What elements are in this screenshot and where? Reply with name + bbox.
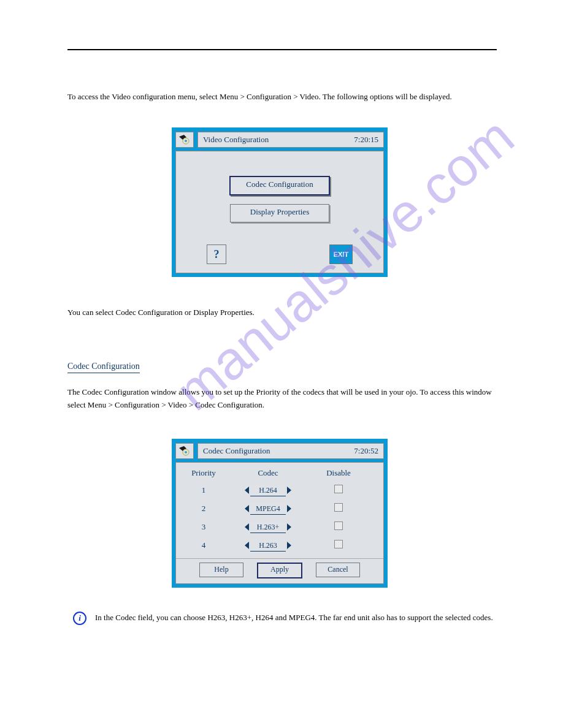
- dialog-footer: Help Apply Cancel: [176, 558, 383, 583]
- disable-checkbox[interactable]: [334, 485, 343, 493]
- codec-spinner[interactable]: H.263: [245, 539, 291, 552]
- display-properties-button[interactable]: Display Properties: [230, 204, 329, 222]
- codec-row-1: 1 H.264: [176, 481, 383, 499]
- top-horizontal-rule: [67, 49, 497, 50]
- chevron-left-icon[interactable]: [245, 523, 249, 531]
- codec-value: H.263+: [250, 521, 286, 533]
- window-title-bar: Codec Configuration 7:20:52: [197, 443, 384, 459]
- chevron-right-icon[interactable]: [287, 542, 291, 549]
- window-title-bar: Video Configuration 7:20:15: [197, 132, 384, 148]
- intro-paragraph: To access the Video configuration menu, …: [67, 91, 497, 104]
- help-button[interactable]: Help: [199, 563, 243, 577]
- codec-intro-paragraph: The Codec Configuration window allows yo…: [67, 386, 497, 412]
- codec-config-heading: Codec Configuration: [67, 362, 140, 373]
- codec-table-header: Priority Codec Disable: [176, 465, 383, 481]
- codec-row-4: 4 H.263: [176, 536, 383, 555]
- info-tip-text: In the Codec field, you can choose H263,…: [95, 612, 494, 624]
- codec-row-3: 3 H.263+: [176, 518, 383, 536]
- chevron-right-icon[interactable]: [287, 505, 291, 512]
- cancel-button[interactable]: Cancel: [316, 563, 360, 577]
- chevron-right-icon[interactable]: [287, 523, 291, 531]
- video-config-window: Video Configuration 7:20:15 Codec Config…: [172, 127, 388, 277]
- priority-value: 4: [176, 540, 231, 550]
- header-codec: Codec: [231, 468, 305, 478]
- header-priority: Priority: [176, 468, 231, 478]
- chevron-right-icon[interactable]: [287, 487, 291, 494]
- priority-value: 1: [176, 485, 231, 495]
- app-icon: [175, 443, 194, 459]
- disable-checkbox[interactable]: [334, 540, 343, 548]
- codec-config-window: Codec Configuration 7:20:52 Priority Cod…: [172, 439, 388, 588]
- codec-value: H.264: [250, 485, 286, 496]
- svg-point-3: [185, 451, 187, 453]
- window-title-text: Codec Configuration: [203, 446, 270, 456]
- chevron-left-icon[interactable]: [245, 487, 249, 494]
- codec-spinner[interactable]: MPEG4: [245, 502, 291, 515]
- chevron-left-icon[interactable]: [245, 505, 249, 512]
- codec-value: MPEG4: [250, 503, 286, 515]
- exit-button[interactable]: EXIT: [329, 245, 353, 264]
- window-clock: 7:20:15: [354, 135, 378, 145]
- window-clock: 7:20:52: [354, 446, 378, 456]
- disable-checkbox[interactable]: [334, 521, 343, 530]
- codec-row-2: 2 MPEG4: [176, 499, 383, 518]
- priority-value: 3: [176, 522, 231, 532]
- app-icon: [175, 132, 194, 148]
- svg-point-1: [185, 140, 187, 142]
- apply-button[interactable]: Apply: [257, 563, 302, 578]
- disable-checkbox[interactable]: [334, 503, 343, 512]
- header-disable: Disable: [305, 468, 372, 478]
- codec-configuration-button[interactable]: Codec Configuration: [229, 176, 330, 195]
- info-row: i: [73, 612, 86, 625]
- help-button[interactable]: ?: [207, 245, 226, 264]
- choices-paragraph: You can select Codec Configuration or Di…: [67, 306, 497, 319]
- codec-spinner[interactable]: H.263+: [245, 521, 291, 533]
- priority-value: 2: [176, 504, 231, 514]
- codec-spinner[interactable]: H.264: [245, 484, 291, 496]
- codec-value: H.263: [250, 540, 286, 552]
- info-icon: i: [73, 612, 86, 625]
- window-title-text: Video Configuration: [203, 135, 269, 145]
- chevron-left-icon[interactable]: [245, 542, 249, 549]
